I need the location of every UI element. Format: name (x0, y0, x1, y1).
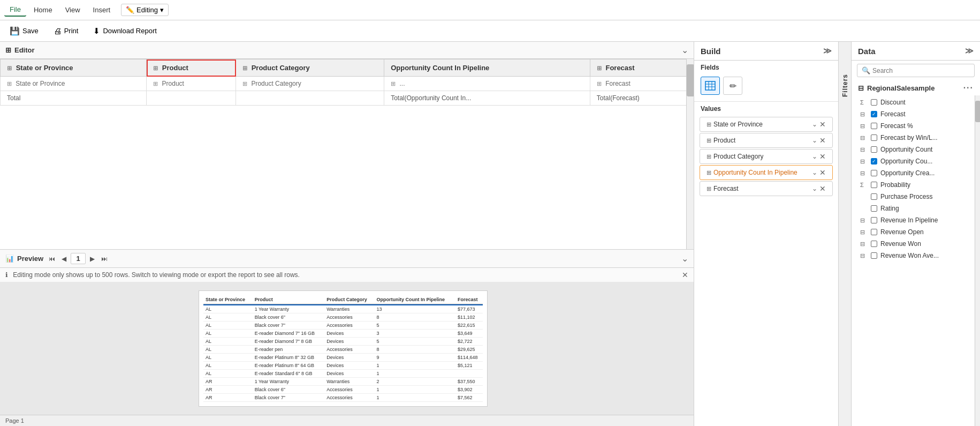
field-item-revenueOpen[interactable]: ⊟ Revenue Open (852, 226, 975, 238)
main-layout: ⊞ Editor ⌄ ⊞ State or Province (0, 42, 980, 426)
preview-cell: AL (203, 346, 253, 354)
field-checkbox-rating[interactable] (871, 205, 877, 212)
col-header-product[interactable]: ⊞ Product (147, 59, 236, 77)
field-checkbox-opportunityCount[interactable] (871, 146, 877, 153)
field-checkbox-revenueInPipeline[interactable] (871, 217, 877, 223)
field-type-icon-opportunityCount: ⊟ (860, 146, 868, 153)
value-chevron-forecast[interactable]: ⌄ (812, 185, 817, 192)
edit-field-button[interactable]: ✏ (723, 77, 742, 95)
edit-icon: ✏️ (126, 6, 134, 14)
value-remove-state[interactable]: ✕ (819, 120, 826, 129)
preview-collapse-button[interactable]: ⌄ (681, 253, 688, 264)
table-icon-button[interactable] (701, 77, 720, 95)
data-expand-icon[interactable]: ≫ (965, 46, 974, 56)
search-input[interactable] (872, 67, 970, 74)
field-item-revenueInPipeline[interactable]: ⊟ Revenue In Pipeline (852, 214, 975, 226)
col-header-pipeline[interactable]: Opportunity Count In Pipeline (384, 59, 590, 77)
editing-mode-button[interactable]: ✏️ Editing ▾ (121, 4, 169, 16)
menu-file[interactable]: File (4, 3, 26, 17)
value-chevron-pipeline[interactable]: ⌄ (812, 169, 817, 176)
field-item-forecastByWin[interactable]: ⊟ Forecast by Win/L... (852, 132, 975, 144)
build-expand-icon[interactable]: ≫ (823, 46, 832, 56)
download-report-button[interactable]: ⬇ Download Report (89, 24, 161, 38)
value-chevron-category[interactable]: ⌄ (812, 153, 817, 160)
col-header-state[interactable]: ⊞ State or Province (1, 59, 147, 77)
print-button[interactable]: 🖨 Print (49, 24, 83, 38)
toolbar: 💾 Save 🖨 Print ⬇ Download Report (0, 20, 980, 42)
field-checkbox-revenueWonAve[interactable] (871, 252, 877, 259)
value-row-category[interactable]: ⊞ Product Category ⌄ ✕ (700, 149, 833, 164)
field-checkbox-purchaseProcess[interactable] (871, 193, 877, 200)
product-sub: ⊞ Product (147, 77, 236, 91)
value-row-product[interactable]: ⊞ Product ⌄ ✕ (700, 133, 833, 148)
field-checkbox-revenueWon[interactable] (871, 241, 877, 247)
field-checkbox-forecastByWin[interactable] (871, 134, 877, 141)
field-item-forecastPct[interactable]: ⊟ Forecast % (852, 120, 975, 132)
field-checkbox-opportunityCrea[interactable] (871, 170, 877, 176)
field-item-opportunityCrea[interactable]: ⊟ Opportunity Crea... (852, 167, 975, 179)
field-item-forecast[interactable]: ⊟ ✓ Forecast (852, 108, 975, 120)
field-item-purchaseProcess[interactable]: Purchase Process (852, 191, 975, 203)
preview-table-container: State or Province Product Product Catego… (199, 290, 488, 407)
save-button[interactable]: 💾 Save (5, 24, 43, 38)
preview-row: ALBlack cover 7"Accessories5$22,615 (203, 322, 483, 330)
value-icon-category: ⊞ (706, 153, 711, 160)
field-name-revenueOpen: Revenue Open (880, 228, 966, 236)
editor-table-scroll[interactable]: ⊞ State or Province ⊞ Product ⊞ Product … (0, 59, 694, 249)
field-type-icon-forecastByWin: ⊟ (860, 134, 868, 141)
col-header-category[interactable]: ⊞ Product Category (236, 59, 384, 77)
field-item-revenueWonAve[interactable]: ⊟ Revenue Won Ave... (852, 250, 975, 261)
data-source-more-button[interactable]: ··· (963, 83, 974, 93)
preview-th-pipeline: Opportunity Count In Pipeline (375, 295, 456, 304)
forecast-sub: ⊞ Forecast (590, 77, 693, 91)
field-checkbox-probability[interactable] (871, 182, 877, 188)
field-checkbox-opportunityCou2[interactable]: ✓ (871, 158, 877, 165)
filters-tab[interactable]: Filters (839, 42, 852, 426)
value-row-forecast[interactable]: ⊞ Forecast ⌄ ✕ (700, 181, 833, 196)
field-checkbox-forecastPct[interactable] (871, 123, 877, 129)
menu-view[interactable]: View (60, 4, 86, 16)
preview-icon: 📊 (5, 255, 14, 263)
menu-insert[interactable]: Insert (88, 4, 116, 16)
nav-first-button[interactable]: ⏮ (47, 254, 57, 264)
field-type-icon-forecast: ⊟ (860, 111, 868, 118)
value-remove-forecast[interactable]: ✕ (819, 184, 826, 193)
editor-scrollbar[interactable] (686, 59, 694, 249)
field-item-opportunityCou2[interactable]: ⊟ ✓ Opportunity Cou... (852, 155, 975, 167)
editor-header: ⊞ Editor ⌄ (0, 42, 694, 59)
field-item-rating[interactable]: Rating (852, 203, 975, 214)
page-number[interactable]: 1 (71, 253, 86, 264)
nav-last-button[interactable]: ⏭ (99, 254, 110, 264)
col-header-forecast[interactable]: ⊞ Forecast (590, 59, 693, 77)
value-row-pipeline[interactable]: ⊞ Opportunity Count In Pipeline ⌄ ✕ (700, 165, 833, 180)
value-remove-category[interactable]: ✕ (819, 152, 826, 161)
state-sub-icon: ⊞ (7, 80, 12, 87)
menu-home[interactable]: Home (28, 4, 58, 16)
value-remove-product[interactable]: ✕ (819, 136, 826, 145)
preview-row: ARBlack cover 6"Accessories1$3,902 (203, 386, 483, 394)
field-type-icon-revenueOpen: ⊟ (860, 229, 868, 236)
data-scrollbar[interactable] (975, 95, 980, 426)
editor-collapse-button[interactable]: ⌄ (681, 45, 688, 55)
nav-next-button[interactable]: ▶ (88, 254, 97, 264)
field-item-discount[interactable]: Σ Discount (852, 96, 975, 108)
preview-th-forecast: Forecast (455, 295, 483, 304)
field-name-rating: Rating (880, 205, 966, 212)
nav-prev-button[interactable]: ◀ (59, 254, 69, 264)
search-box[interactable]: 🔍 (857, 64, 975, 77)
info-close-button[interactable]: ✕ (682, 271, 688, 279)
field-name-purchaseProcess: Purchase Process (880, 193, 966, 200)
field-item-probability[interactable]: Σ Probability (852, 179, 975, 191)
field-checkbox-revenueOpen[interactable] (871, 229, 877, 235)
menu-bar: File Home View Insert ✏️ Editing ▾ (0, 0, 980, 20)
field-checkbox-forecast[interactable]: ✓ (871, 111, 877, 117)
value-chevron-state[interactable]: ⌄ (812, 121, 817, 128)
field-checkbox-discount[interactable] (871, 99, 877, 106)
value-chevron-product[interactable]: ⌄ (812, 137, 817, 144)
field-item-revenueWon[interactable]: ⊟ Revenue Won (852, 238, 975, 250)
preview-cell: E-reader Standard 6" 8 GB (253, 370, 324, 378)
value-row-state[interactable]: ⊞ State or Province ⌄ ✕ (700, 117, 833, 132)
field-item-opportunityCount[interactable]: ⊟ Opportunity Count (852, 144, 975, 155)
value-remove-pipeline[interactable]: ✕ (819, 168, 826, 177)
preview-cell (455, 370, 483, 378)
